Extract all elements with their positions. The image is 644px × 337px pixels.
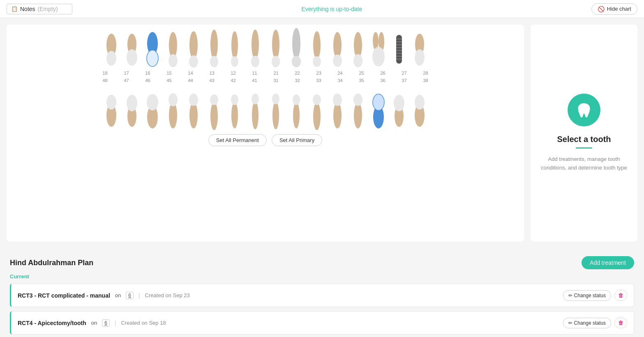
delete-button-1[interactable]: 🗑 [614, 290, 627, 301]
tooth-41[interactable] [245, 91, 265, 128]
tooth-23[interactable] [307, 33, 327, 70]
num-37: 37 [395, 77, 414, 85]
hide-chart-label: Hide chart [607, 6, 631, 12]
tooth-43[interactable] [204, 91, 224, 128]
set-all-primary-button[interactable]: Set All Primary [272, 134, 322, 146]
svg-point-3 [127, 49, 137, 66]
tooth-32[interactable] [286, 91, 306, 128]
treatment-info-1: RCT3 - RCT complicated - manual on 6 | C… [18, 292, 563, 299]
svg-point-65 [353, 94, 362, 106]
pencil-icon-1: ✏ [568, 293, 572, 298]
tooth-48[interactable] [102, 91, 121, 128]
eye-slash-icon: 🚫 [598, 6, 605, 12]
tooth-24[interactable] [328, 33, 347, 70]
num-15: 15 [159, 70, 179, 77]
tooth-47[interactable] [122, 91, 142, 128]
treatment-name-2: RCT4 - Apicectomy/tooth [18, 320, 86, 326]
tooth-15[interactable] [163, 33, 183, 70]
treatment-info-2: RCT4 - Apicectomy/tooth on 6 | Created o… [18, 319, 563, 327]
treatment-tooth-ref-2[interactable]: 6 [102, 319, 110, 327]
svg-point-8 [189, 31, 198, 59]
change-status-button-2[interactable]: ✏ Change status [563, 318, 611, 328]
tooth-12[interactable] [225, 33, 245, 70]
tooth-35[interactable] [348, 91, 368, 128]
tooth-21[interactable] [266, 33, 286, 70]
tooth-27[interactable] [389, 33, 409, 70]
tooth-22[interactable] [286, 33, 306, 70]
notes-label: Notes [20, 6, 35, 12]
trash-icon-2: 🗑 [618, 320, 623, 326]
plan-header: Hind Abdulrahman Plan Add treatment [10, 256, 634, 269]
num-48: 48 [95, 77, 115, 85]
lower-numbers-labels: 48 47 46 45 44 43 42 41 31 32 33 34 35 3… [95, 77, 436, 85]
num-13: 13 [202, 70, 222, 77]
tooth-16[interactable] [143, 33, 162, 70]
tooth-14[interactable] [184, 33, 203, 70]
svg-point-11 [210, 56, 218, 67]
svg-point-22 [333, 32, 342, 58]
svg-point-20 [313, 31, 321, 59]
num-12: 12 [224, 70, 243, 77]
tooth-46[interactable] [143, 91, 162, 128]
svg-point-41 [106, 95, 116, 110]
svg-point-18 [292, 28, 300, 59]
tooth-42[interactable] [225, 91, 245, 128]
upper-numbers-top: 18 17 16 15 14 13 12 11 21 22 23 24 25 2… [95, 70, 436, 77]
tooth-38[interactable] [410, 91, 429, 128]
set-all-permanent-button[interactable]: Set All Permanent [208, 134, 267, 146]
num-43: 43 [202, 77, 222, 85]
tooth-44[interactable] [184, 91, 203, 128]
add-treatment-button[interactable]: Add treatment [582, 256, 634, 269]
num-35: 35 [352, 77, 372, 85]
svg-point-1 [106, 51, 116, 66]
tooth-26[interactable] [369, 33, 388, 70]
delete-button-2[interactable]: 🗑 [614, 317, 627, 328]
svg-point-60 [313, 102, 321, 130]
chart-area: 18 17 16 15 14 13 12 11 21 22 23 24 25 2… [7, 25, 524, 241]
change-status-button-1[interactable]: ✏ Change status [563, 290, 611, 301]
tooth-17[interactable] [122, 33, 142, 70]
tooth-33[interactable] [307, 91, 327, 128]
num-28: 28 [416, 70, 436, 77]
svg-point-25 [353, 54, 362, 67]
select-tooth-description: Add treatments, manage tooth conditions,… [539, 155, 629, 172]
num-46: 46 [138, 77, 158, 85]
treatment-on-2: on [91, 320, 97, 326]
tooth-13[interactable] [204, 33, 224, 70]
num-14: 14 [181, 70, 201, 77]
svg-point-43 [127, 95, 137, 111]
tooth-36[interactable] [369, 91, 388, 128]
tooth-37[interactable] [389, 91, 409, 128]
change-status-label-2: Change status [574, 320, 606, 326]
num-25: 25 [352, 70, 372, 77]
svg-point-56 [272, 101, 279, 129]
select-tooth-underline [576, 147, 592, 149]
svg-point-5 [147, 50, 158, 66]
svg-point-55 [252, 94, 259, 104]
hide-chart-button[interactable]: 🚫 Hide chart [591, 3, 637, 15]
svg-point-59 [293, 94, 300, 105]
sync-status: Everything is up-to-date [301, 6, 362, 12]
svg-point-9 [189, 55, 198, 68]
tooth-31[interactable] [266, 91, 286, 128]
svg-point-15 [251, 56, 259, 67]
tooth-25[interactable] [348, 33, 368, 70]
tooth-18[interactable] [102, 33, 121, 70]
notes-box[interactable]: 📋 Notes (Empty) [7, 4, 72, 14]
num-18: 18 [95, 70, 115, 77]
pencil-icon-2: ✏ [568, 320, 572, 326]
svg-point-50 [210, 102, 218, 130]
treatment-sep-1: | [138, 292, 140, 299]
num-47: 47 [117, 77, 136, 85]
tooth-11[interactable] [245, 33, 265, 70]
svg-point-45 [147, 94, 158, 110]
tooth-34[interactable] [328, 91, 347, 128]
num-21: 21 [266, 70, 286, 77]
treatment-tooth-ref-1[interactable]: 6 [126, 292, 134, 299]
tooth-45[interactable] [163, 91, 183, 128]
treatment-date-2: Created on Sep 18 [121, 320, 166, 326]
tooth-28[interactable] [410, 33, 429, 70]
num-31: 31 [266, 77, 286, 85]
num-42: 42 [224, 77, 243, 85]
svg-point-69 [394, 95, 404, 111]
